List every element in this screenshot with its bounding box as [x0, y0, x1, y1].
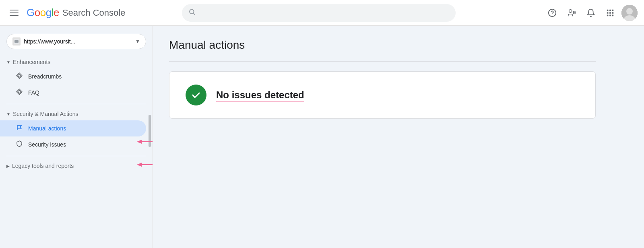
check-circle-icon [186, 85, 206, 105]
sidebar-item-breadcrumbs[interactable]: Breadcrumbs [0, 68, 146, 85]
avatar[interactable] [621, 5, 638, 21]
diamond-icon [16, 72, 23, 81]
flag-icon [16, 124, 23, 132]
main-content: Manual actions No issues detected [153, 26, 644, 248]
sidebar: https://www.yoursit... ▼ ▼ Enhancements … [0, 26, 153, 248]
svg-rect-11 [612, 12, 614, 14]
search-input[interactable] [182, 4, 456, 22]
svg-marker-21 [18, 74, 21, 77]
diamond-icon [16, 89, 23, 97]
faq-label: FAQ [28, 89, 39, 96]
svg-rect-10 [609, 12, 611, 14]
sidebar-section-security-manual[interactable]: ▼ Security & Manual Actions [0, 107, 153, 120]
svg-rect-6 [607, 9, 609, 11]
site-dropdown-arrow-icon: ▼ [135, 39, 140, 44]
chevron-down-icon: ▼ [6, 112, 10, 116]
scrollbar[interactable] [149, 115, 151, 147]
svg-rect-8 [612, 9, 614, 11]
account-management-button[interactable] [564, 5, 580, 21]
svg-marker-23 [18, 90, 21, 93]
svg-point-5 [574, 12, 575, 13]
security-manual-section-label: Security & Manual Actions [13, 111, 78, 117]
search-bar[interactable] [182, 4, 456, 22]
svg-point-0 [190, 9, 194, 14]
svg-rect-9 [607, 12, 609, 14]
manual-actions-label: Manual actions [28, 125, 66, 132]
svg-point-16 [626, 8, 633, 14]
apps-button[interactable] [602, 5, 618, 21]
breadcrumbs-label: Breadcrumbs [28, 73, 62, 80]
site-url-label: https://www.yoursit... [24, 38, 132, 45]
content-divider [169, 61, 596, 62]
svg-point-4 [569, 9, 572, 12]
chevron-right-icon: ▶ [6, 164, 10, 168]
header-left: Google Search Console [6, 6, 175, 19]
status-text: No issues detected [216, 89, 304, 101]
sidebar-section-enhancements[interactable]: ▼ Enhancements [0, 56, 153, 68]
sidebar-item-security-issues[interactable]: Security issues [0, 136, 146, 153]
svg-rect-12 [607, 14, 609, 16]
legacy-section-label: Legacy tools and reports [12, 163, 74, 169]
sidebar-item-manual-actions[interactable]: Manual actions [0, 120, 146, 136]
svg-rect-19 [14, 40, 19, 43]
sidebar-item-faq[interactable]: FAQ [0, 85, 146, 101]
svg-rect-14 [612, 14, 614, 16]
svg-rect-13 [609, 14, 611, 16]
sidebar-section-legacy[interactable]: ▶ Legacy tools and reports [0, 159, 153, 172]
site-selector[interactable]: https://www.yoursit... ▼ [6, 34, 146, 49]
search-icon [188, 8, 196, 17]
svg-rect-7 [609, 9, 611, 11]
security-issues-label: Security issues [28, 141, 66, 148]
hamburger-menu-button[interactable] [6, 6, 22, 19]
svg-line-1 [193, 13, 195, 14]
status-card: No issues detected [169, 71, 596, 119]
main-body: https://www.yoursit... ▼ ▼ Enhancements … [0, 26, 644, 248]
shield-icon [16, 141, 23, 149]
header-actions [544, 5, 638, 21]
help-button[interactable] [544, 5, 560, 21]
chevron-down-icon: ▼ [6, 60, 10, 64]
app-header: Google Search Console [0, 0, 644, 26]
logo-area: Google Search Console [27, 6, 125, 19]
google-logo: Google [27, 6, 59, 19]
enhancements-section-label: Enhancements [13, 59, 50, 65]
site-favicon [12, 37, 21, 45]
app-name-label: Search Console [62, 8, 126, 18]
page-title: Manual actions [169, 39, 628, 52]
notifications-button[interactable] [583, 5, 599, 21]
sidebar-divider [6, 104, 146, 104]
sidebar-divider-2 [6, 156, 146, 156]
